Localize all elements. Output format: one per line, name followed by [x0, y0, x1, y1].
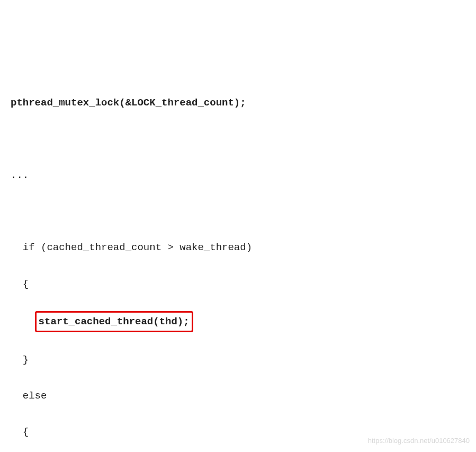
code-line: [11, 202, 465, 220]
code-line: else: [11, 387, 465, 405]
watermark: https://blog.csdn.net/u010627840: [368, 435, 470, 447]
code-line: start_cached_thread(thd);: [11, 311, 465, 332]
code-line: [11, 130, 465, 148]
code-line: pthread_mutex_lock(&LOCK_thread_count);: [11, 94, 465, 112]
code-line: {: [11, 275, 465, 293]
highlight-box-start-cached-thread: start_cached_thread(thd);: [35, 311, 193, 332]
indent: [11, 316, 35, 327]
code-line: ...: [11, 166, 465, 184]
code-block: pthread_mutex_lock(&LOCK_thread_count); …: [0, 73, 476, 452]
code-line: if (cached_thread_count > wake_thread): [11, 238, 465, 256]
code-line: }: [11, 351, 465, 369]
